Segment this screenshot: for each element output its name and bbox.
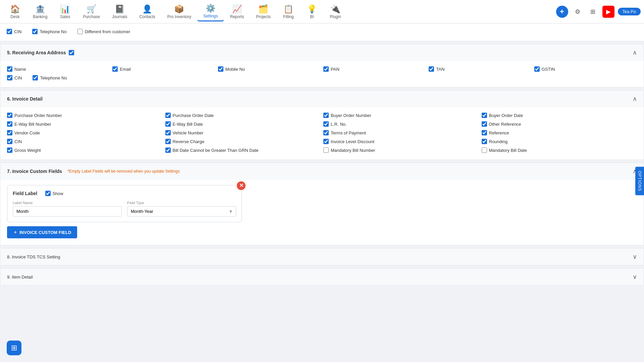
nav-item-filling[interactable]: 📋 Filling: [277, 2, 300, 21]
checkbox-cin-r[interactable]: CIN: [7, 75, 22, 80]
field-label-row: Field Label Show: [13, 191, 236, 196]
bottom-widget-icon: ⊞: [11, 344, 17, 352]
top-partial-section: CIN Telephone No Different from customer: [0, 23, 644, 41]
section-5-header[interactable]: 5. Receiving Area Address ∧: [0, 44, 644, 61]
checkbox-tan-r[interactable]: TAN: [429, 66, 531, 72]
settings-cog-button[interactable]: ⚙: [572, 6, 584, 18]
checkbox-bill-date-grn[interactable]: Bill Date Cannot be Greater Than GRN Dat…: [165, 147, 321, 153]
nav-item-plugin[interactable]: 🔌 Plugin: [324, 2, 347, 21]
field-inputs: Label Name Field Type Text Number Date M…: [13, 201, 236, 217]
custom-field-card-1: ✕ Field Label Show Label Name Field Type: [7, 185, 242, 222]
grid-button[interactable]: ⊞: [587, 6, 599, 18]
field-type-select[interactable]: Text Number Date Month-Year Dropdown: [127, 206, 236, 217]
section-9-chevron: ∨: [633, 273, 637, 281]
nav-item-desk[interactable]: 🏠 Desk: [3, 2, 27, 21]
checkbox-terms-of-payment[interactable]: Terms of Payment: [323, 130, 479, 135]
filling-icon: 📋: [283, 4, 293, 14]
top-navigation: 🏠 Desk 🏦 Banking 📊 Sales 🛒 Purchase 📓 Jo…: [0, 0, 644, 23]
section-6-header[interactable]: 6. Invoice Detail ∧: [0, 90, 644, 107]
section-5-header-checkbox[interactable]: [69, 50, 74, 55]
show-checkbox[interactable]: [45, 191, 51, 196]
bottom-widget-button[interactable]: ⊞: [7, 341, 21, 355]
top-checkboxes: CIN Telephone No Different from customer: [0, 23, 644, 41]
youtube-button[interactable]: ▶: [602, 6, 614, 18]
checkbox-rounding[interactable]: Rounding: [482, 139, 637, 144]
label-name-group: Label Name: [13, 201, 122, 217]
nav-item-reports[interactable]: 📈 Reports: [224, 2, 250, 21]
nav-item-banking[interactable]: 🏦 Banking: [27, 2, 53, 21]
label-name-label: Label Name: [13, 201, 122, 205]
checkbox-buyer-order-date[interactable]: Buyer Order Date: [482, 113, 637, 118]
journals-icon: 📓: [115, 4, 125, 14]
checkbox-cin-top[interactable]: CIN: [7, 29, 21, 34]
checkbox-vendor-code[interactable]: Vendor Code: [7, 130, 163, 135]
checkbox-eway-bill-date[interactable]: E-Way Bill Date: [165, 121, 321, 127]
nav-item-projects[interactable]: 🗂️ Projects: [250, 2, 277, 21]
checkbox-eway-bill-number[interactable]: E-Way Bill Number: [7, 121, 163, 127]
label-name-input[interactable]: [13, 206, 122, 217]
section-8-header[interactable]: 8. Invoice TDS TCS Setting ∨: [0, 248, 644, 265]
remove-custom-field-button[interactable]: ✕: [237, 181, 246, 190]
reports-icon: 📈: [232, 4, 242, 14]
nav-item-settings[interactable]: ⚙️ Settings: [197, 2, 224, 21]
top-checkbox-row: CIN Telephone No Different from customer: [7, 29, 637, 34]
section-7-header[interactable]: 7. Invoice Custom Fields *Empty Label Fi…: [0, 163, 644, 180]
nav-item-contacts[interactable]: 👤 Contacts: [133, 2, 161, 21]
contacts-icon: 👤: [142, 4, 152, 14]
add-button[interactable]: +: [556, 6, 568, 18]
purchase-icon: 🛒: [87, 4, 97, 14]
section-5-row1: Name Email Mobile No PAN TAN GSTIN: [7, 66, 637, 72]
checkbox-telephone-no-top[interactable]: Telephone No: [32, 29, 66, 34]
checkbox-input-cin-top[interactable]: [7, 29, 12, 34]
section-5-chevron: ∧: [633, 49, 637, 56]
checkbox-vehicle-number[interactable]: Vehicle Number: [165, 130, 321, 135]
section-8-chevron: ∨: [633, 253, 637, 260]
checkbox-mobile-no-r[interactable]: Mobile No: [218, 66, 321, 72]
section-6-content: Purchase Order Number Purchase Order Dat…: [0, 107, 644, 160]
desk-label: Desk: [10, 14, 19, 19]
section-6-checkboxes: Purchase Order Number Purchase Order Dat…: [7, 113, 637, 153]
field-type-label: Field Type: [127, 201, 236, 205]
checkbox-gross-weight[interactable]: Gross Weight: [7, 147, 163, 153]
checkbox-telephone-no-r[interactable]: Telephone No: [33, 75, 67, 80]
field-type-select-wrap: Text Number Date Month-Year Dropdown ▼: [127, 206, 236, 217]
checkbox-email-r[interactable]: Email: [112, 66, 215, 72]
checkbox-mandatory-bill-date[interactable]: Mandatory Bill Date: [482, 147, 637, 153]
nav-item-journals[interactable]: 📓 Journals: [106, 2, 133, 21]
user-menu[interactable]: Tea Po: [618, 8, 641, 15]
field-type-group: Field Type Text Number Date Month-Year D…: [127, 201, 236, 217]
checkbox-cin-i[interactable]: CIN: [7, 139, 163, 144]
checkbox-purchase-order-number[interactable]: Purchase Order Number: [7, 113, 163, 118]
section-9-header[interactable]: 9. Item Detail ∨: [0, 268, 644, 285]
checkbox-other-reference[interactable]: Other Reference: [482, 121, 637, 127]
show-label: Show: [52, 191, 63, 196]
bi-icon: 💡: [307, 4, 317, 14]
checkbox-gstin-r[interactable]: GSTIN: [534, 66, 637, 72]
desk-icon: 🏠: [10, 4, 20, 14]
settings-icon: ⚙️: [206, 4, 216, 13]
add-invoice-custom-field-button[interactable]: ＋ INVOICE CUSTOM FIELD: [7, 226, 77, 238]
nav-item-pro-inventory[interactable]: 📦 Pro Inventory: [161, 2, 197, 21]
checkbox-lr-no[interactable]: L.R. No.: [323, 121, 479, 127]
section-9-item-detail: 9. Item Detail ∨: [0, 268, 644, 286]
checkbox-invoice-level-discount[interactable]: Invoice Level Discount: [323, 139, 479, 144]
checkbox-input-diff-from-customer[interactable]: [77, 29, 83, 34]
banking-icon: 🏦: [35, 4, 45, 14]
checkbox-diff-from-customer[interactable]: Different from customer: [77, 29, 130, 34]
options-tab[interactable]: OPTIONS: [635, 167, 644, 195]
nav-item-purchase[interactable]: 🛒 Purchase: [77, 2, 106, 21]
nav-item-bi[interactable]: 💡 BI: [300, 2, 324, 21]
section-7-warning: *Empty Label Fields will be removed when…: [67, 169, 180, 174]
nav-item-sales[interactable]: 📊 Sales: [53, 2, 77, 21]
checkbox-reference[interactable]: Reference: [482, 130, 637, 135]
sales-icon: 📊: [60, 4, 70, 14]
checkbox-buyer-order-number[interactable]: Buyer Order Number: [323, 113, 479, 118]
checkbox-reverse-charge[interactable]: Reverse Charge: [165, 139, 321, 144]
checkbox-mandatory-bill-number[interactable]: Mandatory Bill Number: [323, 147, 479, 153]
checkbox-name-r[interactable]: Name: [7, 66, 110, 72]
checkbox-pan-r[interactable]: PAN: [323, 66, 426, 72]
show-checkbox-label[interactable]: Show: [45, 191, 63, 196]
checkbox-purchase-order-date[interactable]: Purchase Order Date: [165, 113, 321, 118]
checkbox-input-telephone-no-top[interactable]: [32, 29, 38, 34]
section-7-invoice-custom-fields: 7. Invoice Custom Fields *Empty Label Fi…: [0, 163, 644, 245]
